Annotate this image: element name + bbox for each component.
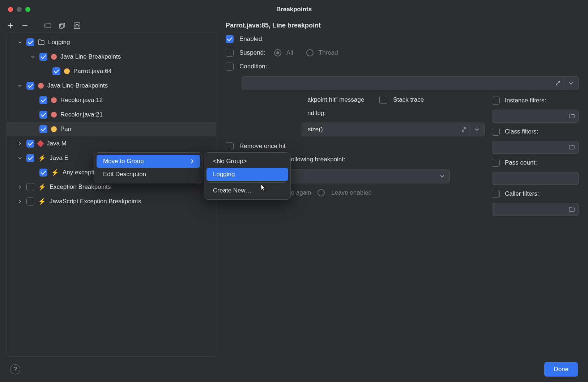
caller-filters-checkbox[interactable] [492, 190, 500, 198]
tree-node-parrot-85[interactable]: Parr [7, 122, 216, 136]
chevron-down-icon[interactable] [17, 155, 23, 161]
pass-count-label: Pass count: [505, 159, 537, 166]
target-icon [73, 22, 81, 29]
exception-icon: ⚡ [38, 154, 46, 162]
menu-item-label: Move to Group [103, 158, 144, 165]
tree-node-label: Java M [47, 140, 67, 147]
chevron-right-icon[interactable] [17, 184, 23, 190]
group-by-class-button[interactable] [73, 22, 81, 30]
suspend-all-label: All [286, 49, 293, 56]
checkbox[interactable] [26, 154, 34, 162]
folder-icon [569, 145, 575, 150]
add-breakpoint-button[interactable] [7, 22, 14, 30]
checkbox[interactable] [39, 111, 47, 119]
menu-item-edit-description[interactable]: Edit Description [97, 168, 200, 181]
checkbox[interactable] [26, 38, 34, 46]
tree-node-label: Recolor.java:21 [60, 111, 103, 118]
suspend-all-radio[interactable] [274, 49, 281, 56]
exception-icon: ⚡ [38, 183, 46, 191]
dropdown-toggle[interactable] [469, 123, 484, 136]
breakpoint-dot-icon [64, 68, 70, 74]
group-by-file-button[interactable] [59, 22, 67, 30]
menu-item-no-group[interactable]: <No Group> [206, 155, 288, 168]
menu-item-move-to-group[interactable]: Move to Group [97, 155, 200, 168]
svg-rect-1 [59, 24, 63, 28]
checkbox[interactable] [39, 53, 47, 61]
checkbox[interactable] [39, 125, 47, 133]
checkbox[interactable] [39, 169, 47, 177]
instance-filters-checkbox[interactable] [492, 97, 500, 105]
svg-rect-0 [46, 24, 51, 28]
remove-breakpoint-button[interactable] [21, 22, 29, 30]
chevron-down-icon [440, 174, 444, 178]
titlebar: Breakpoints [0, 0, 588, 19]
breakpoint-dot-icon [51, 126, 57, 132]
method-breakpoint-icon [37, 140, 44, 147]
pass-count-input[interactable] [492, 172, 579, 185]
tree-node-label: Java E [50, 154, 68, 162]
caller-filters-input[interactable] [492, 203, 579, 216]
expand-icon[interactable] [461, 127, 467, 132]
chevron-down-icon[interactable] [30, 54, 36, 60]
chevron-down-icon[interactable] [17, 39, 23, 45]
context-menu[interactable]: Move to Group Edit Description [94, 152, 203, 183]
tree-node-recolor-12[interactable]: Recolor.java:12 [7, 93, 216, 107]
exception-icon: ⚡ [38, 198, 46, 205]
plus-icon [7, 22, 14, 29]
chevron-down-icon[interactable] [17, 83, 23, 89]
breakpoints-tree[interactable]: Logging Java Line Breakpoints Parrot.jav… [7, 33, 216, 357]
menu-item-label: Create New… [213, 187, 252, 194]
checkbox[interactable] [26, 183, 34, 191]
menu-item-label: <No Group> [213, 158, 247, 165]
condition-checkbox[interactable] [226, 63, 234, 71]
exception-icon: ⚡ [51, 169, 59, 177]
done-button[interactable]: Done [544, 362, 578, 377]
leave-enabled-radio[interactable] [318, 189, 325, 196]
chevron-right-icon[interactable] [17, 199, 23, 204]
files-icon [59, 22, 66, 29]
submenu-move-to-group[interactable]: <No Group> Logging Create New… [204, 152, 291, 200]
class-filters-input[interactable] [492, 141, 579, 154]
log-expression-value: size() [308, 126, 323, 133]
expand-icon[interactable] [555, 80, 561, 86]
tree-node-java-line-bp-b[interactable]: Java Line Breakpoints [7, 78, 216, 93]
enabled-label: Enabled [239, 35, 262, 43]
remove-once-hit-checkbox[interactable] [226, 142, 234, 150]
folder-icon [569, 114, 575, 119]
checkbox[interactable] [52, 67, 60, 75]
dropdown-toggle[interactable] [563, 77, 578, 90]
checkbox[interactable] [26, 140, 34, 148]
tree-node-group-logging[interactable]: Logging [7, 35, 216, 50]
stack-trace-checkbox[interactable] [379, 96, 387, 104]
group-by-package-button[interactable] [44, 22, 52, 30]
log-expression-input[interactable]: size() [302, 123, 485, 136]
class-filters-checkbox[interactable] [492, 128, 500, 136]
suspend-checkbox[interactable] [226, 49, 234, 57]
folder-outline-icon [44, 22, 52, 29]
and-log-label: nd log: [307, 110, 326, 117]
checkbox[interactable] [39, 96, 47, 104]
tree-node-java-line-bp-a[interactable]: Java Line Breakpoints [7, 50, 216, 64]
enabled-checkbox[interactable] [226, 35, 234, 43]
checkbox[interactable] [26, 82, 34, 90]
tree-node-java-method-bp[interactable]: Java M [7, 136, 216, 151]
condition-input[interactable] [242, 76, 579, 90]
suspend-thread-label: Thread [319, 49, 338, 56]
tree-node-parrot-64[interactable]: Parrot.java:64 [7, 64, 216, 78]
checkbox[interactable] [26, 198, 34, 205]
chevron-right-icon[interactable] [17, 141, 23, 147]
suspend-thread-radio[interactable] [306, 49, 314, 56]
tree-node-js-exception-bp[interactable]: ⚡ JavaScript Exception Breakpoints [7, 194, 216, 209]
suspend-label: Suspend: [239, 49, 265, 56]
help-button[interactable]: ? [10, 364, 20, 374]
tree-node-recolor-21[interactable]: Recolor.java:21 [7, 107, 216, 122]
tree-node-label: Recolor.java:12 [60, 97, 103, 104]
chevron-right-icon [191, 159, 193, 164]
menu-item-create-new-group[interactable]: Create New… [206, 184, 288, 197]
menu-item-logging-group[interactable]: Logging [206, 168, 288, 181]
pass-count-checkbox[interactable] [492, 159, 500, 167]
remove-once-hit-label: Remove once hit [239, 143, 286, 150]
window-title: Breakpoints [0, 6, 588, 13]
breakpoint-dot-icon [51, 54, 57, 60]
instance-filters-input[interactable] [492, 110, 579, 123]
